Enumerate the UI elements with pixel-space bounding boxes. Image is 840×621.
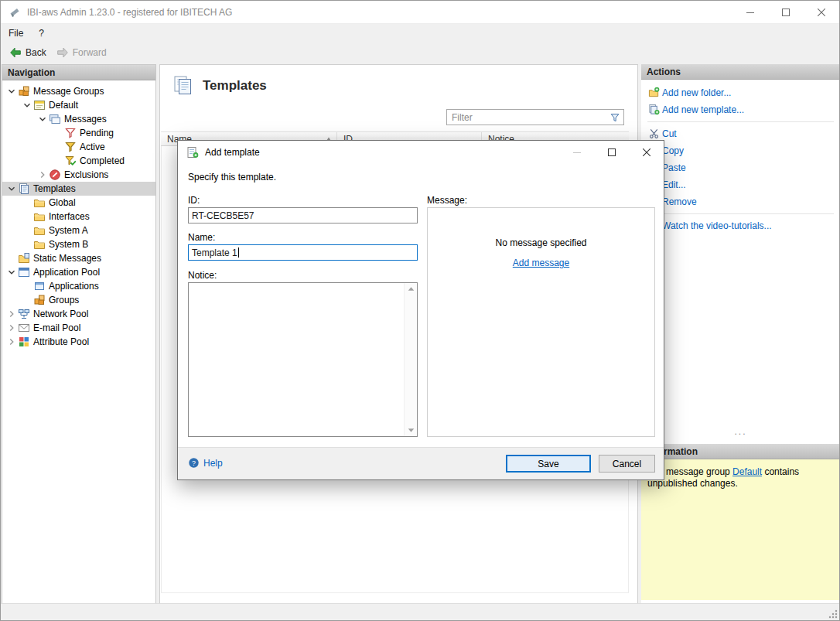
dialog-titlebar[interactable]: Add template bbox=[178, 141, 664, 164]
tree-item-applications[interactable]: Applications bbox=[2, 279, 155, 293]
maximize-button[interactable] bbox=[768, 1, 804, 24]
id-field[interactable]: RT-CECB5E57 bbox=[188, 207, 418, 223]
chevron-down-icon[interactable] bbox=[5, 266, 18, 278]
tree-indent bbox=[2, 286, 21, 287]
tree-item-global[interactable]: Global bbox=[2, 196, 155, 210]
action-add-new-template[interactable]: Add new template... bbox=[641, 101, 840, 118]
tree-item-label: Interfaces bbox=[49, 211, 90, 222]
tree-indent bbox=[2, 244, 21, 245]
default-group-link[interactable]: Default bbox=[732, 466, 762, 477]
folder-icon bbox=[33, 238, 46, 251]
action-edit[interactable]: Edit... bbox=[641, 176, 840, 193]
tree-indent bbox=[2, 105, 21, 106]
action-cut[interactable]: Cut bbox=[641, 125, 840, 142]
titlebar[interactable]: IBI-aws Admin 1.23.0 - registered for IB… bbox=[1, 1, 839, 24]
action-label: Add new template... bbox=[662, 104, 744, 115]
scroll-up-icon[interactable] bbox=[407, 285, 415, 293]
filter-input[interactable] bbox=[447, 112, 610, 123]
tree-item-static-messages[interactable]: Static Messages bbox=[2, 251, 155, 265]
tree-item-system-b[interactable]: System B bbox=[2, 237, 155, 251]
chevron-down-icon[interactable] bbox=[5, 183, 18, 195]
action-paste[interactable]: Paste bbox=[641, 159, 840, 176]
expander-spacer bbox=[52, 155, 64, 167]
navigation-panel: Navigation Message GroupsDefaultMessages… bbox=[2, 64, 156, 604]
navigation-tree: Message GroupsDefaultMessagesPendingActi… bbox=[2, 80, 155, 349]
chevron-down-icon[interactable] bbox=[36, 113, 49, 125]
cancel-button[interactable]: Cancel bbox=[599, 455, 655, 473]
window-controls bbox=[732, 1, 839, 24]
dialog-minimize-button bbox=[559, 141, 594, 164]
actions-header-label: Actions bbox=[647, 67, 681, 77]
action-add-new-folder[interactable]: Add new folder... bbox=[641, 84, 840, 101]
add-message-link[interactable]: Add message bbox=[513, 258, 569, 268]
tree-item-label: Global bbox=[49, 197, 76, 208]
notice-field[interactable] bbox=[188, 282, 418, 437]
action-remove[interactable]: Remove bbox=[641, 193, 840, 210]
action-copy[interactable]: Copy bbox=[641, 142, 840, 159]
help-link[interactable]: ? Help bbox=[188, 457, 223, 469]
messages-icon bbox=[49, 113, 61, 125]
tree-item-label: Network Pool bbox=[33, 309, 88, 319]
minimize-button[interactable] bbox=[732, 1, 768, 24]
tree-indent bbox=[2, 119, 36, 120]
actions-panel-header: Actions bbox=[641, 64, 840, 80]
save-button[interactable]: Save bbox=[506, 455, 591, 473]
resize-grip-icon[interactable] bbox=[828, 609, 838, 619]
tree-item-label: Static Messages bbox=[33, 253, 101, 264]
tree-item-label: Groups bbox=[49, 295, 79, 305]
tree-item-templates[interactable]: Templates bbox=[2, 182, 155, 196]
chevron-down-icon[interactable] bbox=[5, 85, 18, 97]
close-button[interactable] bbox=[804, 1, 839, 24]
actions-more-indicator[interactable]: ... bbox=[641, 426, 840, 437]
chevron-right-icon[interactable] bbox=[5, 336, 18, 348]
tree-item-attribute-pool[interactable]: Attribute Pool bbox=[2, 335, 155, 349]
tree-item-groups[interactable]: Groups bbox=[2, 293, 155, 307]
templates-page-icon bbox=[172, 75, 193, 96]
notice-label: Notice: bbox=[188, 270, 217, 281]
dialog-close-button[interactable] bbox=[629, 141, 664, 164]
dialog-maximize-button[interactable] bbox=[594, 141, 629, 164]
tree-item-completed[interactable]: Completed bbox=[2, 154, 155, 168]
tree-item-label: Application Pool bbox=[33, 267, 100, 278]
tree-item-active[interactable]: Active bbox=[2, 140, 155, 154]
tree-item-interfaces[interactable]: Interfaces bbox=[2, 210, 155, 223]
tree-item-system-a[interactable]: System A bbox=[2, 223, 155, 237]
navigation-panel-header: Navigation bbox=[2, 65, 155, 80]
menu-help[interactable]: ? bbox=[31, 26, 52, 41]
maximize-icon bbox=[608, 148, 616, 156]
funnel-pending-icon bbox=[64, 127, 77, 139]
filter-funnel-icon[interactable] bbox=[610, 111, 623, 124]
attribute-pool-icon bbox=[18, 336, 30, 348]
notice-scrollbar[interactable] bbox=[404, 283, 417, 436]
tree-item-exclusions[interactable]: Exclusions bbox=[2, 168, 155, 182]
filter-box bbox=[446, 109, 624, 125]
tree-item-application-pool[interactable]: Application Pool bbox=[2, 265, 155, 279]
menu-file[interactable]: File bbox=[1, 26, 31, 41]
chevron-right-icon[interactable] bbox=[5, 308, 18, 320]
back-label: Back bbox=[26, 47, 46, 58]
scroll-down-icon[interactable] bbox=[407, 426, 415, 435]
tree-item-network-pool[interactable]: Network Pool bbox=[2, 307, 155, 321]
name-label: Name: bbox=[188, 232, 215, 243]
folder-icon bbox=[33, 224, 46, 237]
chevron-down-icon[interactable] bbox=[21, 99, 33, 111]
name-field[interactable]: Template 1 bbox=[188, 244, 418, 261]
back-button[interactable]: Back bbox=[5, 43, 53, 62]
expander-spacer bbox=[5, 252, 18, 264]
action-label: Copy bbox=[662, 145, 684, 156]
tree-item-default[interactable]: Default bbox=[2, 98, 155, 112]
tree-item-e-mail-pool[interactable]: E-mail Pool bbox=[2, 321, 155, 335]
tree-indent bbox=[2, 175, 36, 176]
tree-item-messages[interactable]: Messages bbox=[2, 112, 155, 126]
maximize-icon bbox=[782, 9, 790, 16]
group-cubes-icon bbox=[33, 294, 46, 306]
chevron-right-icon[interactable] bbox=[5, 322, 18, 334]
forward-button[interactable]: Forward bbox=[53, 43, 113, 62]
chevron-right-icon[interactable] bbox=[36, 169, 49, 181]
tree-item-message-groups[interactable]: Message Groups bbox=[2, 84, 155, 98]
network-pool-icon bbox=[18, 308, 30, 320]
message-group-icon bbox=[33, 99, 46, 111]
action-label: Watch the video-tutorials... bbox=[662, 220, 772, 231]
tree-item-pending[interactable]: Pending bbox=[2, 126, 155, 140]
action-watch-the-video-tutorials[interactable]: Watch the video-tutorials... bbox=[641, 217, 840, 234]
